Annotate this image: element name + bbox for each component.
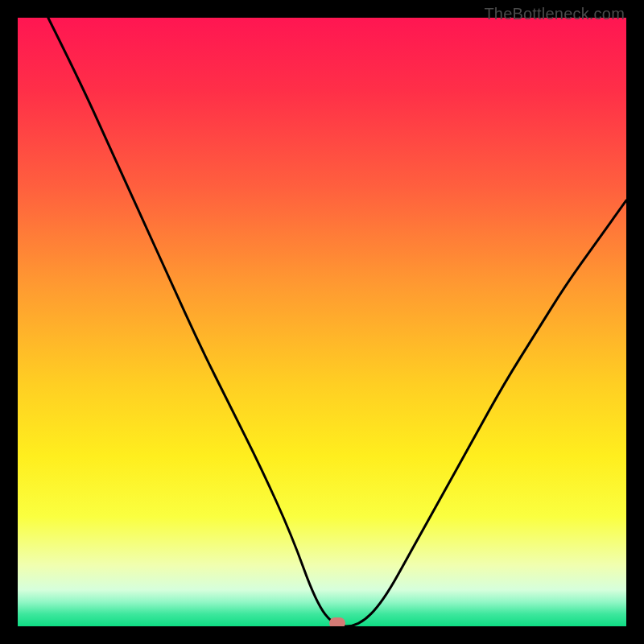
bottleneck-curve-path	[48, 18, 626, 626]
chart-frame: TheBottleneck.com	[0, 0, 644, 644]
plot-area	[18, 18, 626, 626]
optimum-marker	[329, 617, 345, 626]
watermark-text: TheBottleneck.com	[484, 5, 625, 23]
curve-svg	[18, 18, 626, 626]
